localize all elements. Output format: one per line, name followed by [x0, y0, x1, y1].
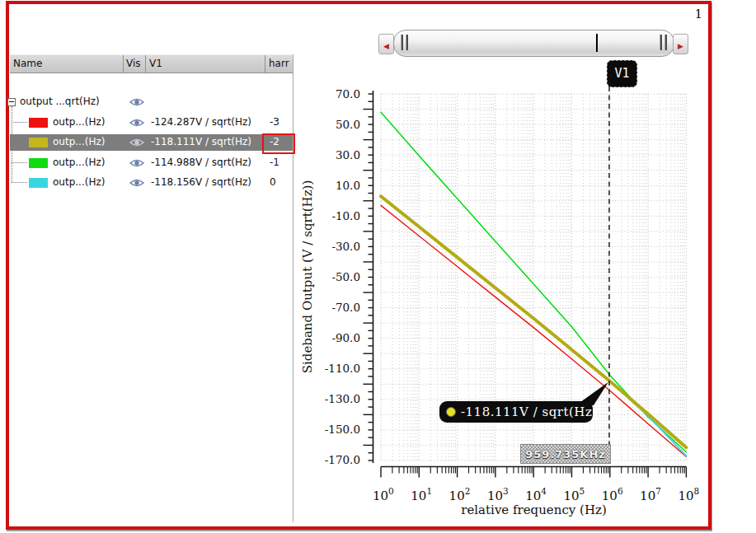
svg-text:103: 103	[487, 486, 509, 503]
svg-text:105: 105	[564, 486, 585, 503]
svg-text:-90.0: -90.0	[331, 331, 360, 344]
plot-canvas[interactable]: 70.050.030.010.0-10.0-30.0-50.0-70.0-90.…	[0, 0, 756, 533]
svg-text:102: 102	[449, 486, 471, 503]
svg-text:107: 107	[640, 486, 661, 503]
svg-text:104: 104	[525, 486, 547, 503]
svg-text:101: 101	[411, 486, 432, 503]
x-axis-title: relative frequency (Hz)	[381, 503, 687, 517]
svg-text:-150.0: -150.0	[325, 423, 360, 436]
svg-text:108: 108	[678, 486, 699, 503]
svg-text:-70.0: -70.0	[331, 301, 360, 314]
marker-value-text: -118.111V / sqrt(Hz)	[461, 401, 598, 423]
waveform-viewer: 1 ◀ ▶ V1 Name Vis V1 harr output ...qrt(…	[0, 0, 756, 533]
marker-value-callout[interactable]: -118.111V / sqrt(Hz)	[439, 401, 593, 423]
svg-text:30.0: 30.0	[336, 148, 360, 161]
svg-text:50.0: 50.0	[336, 118, 360, 131]
marker-point-icon	[446, 407, 456, 417]
svg-text:70.0: 70.0	[336, 87, 360, 101]
svg-text:-30.0: -30.0	[331, 240, 360, 253]
svg-text:-130.0: -130.0	[325, 392, 360, 405]
svg-text:10.0: 10.0	[336, 179, 360, 192]
svg-text:-50.0: -50.0	[331, 270, 360, 283]
svg-text:100: 100	[373, 486, 394, 503]
y-axis-title: Sideband Output (V / sqrt(Hz))	[300, 71, 315, 483]
svg-text:-170.0: -170.0	[325, 453, 360, 466]
svg-text:106: 106	[602, 486, 623, 503]
svg-text:-110.0: -110.0	[325, 362, 360, 375]
svg-text:-10.0: -10.0	[331, 209, 360, 222]
marker-frequency-readout: 959.735KHz	[520, 444, 611, 464]
